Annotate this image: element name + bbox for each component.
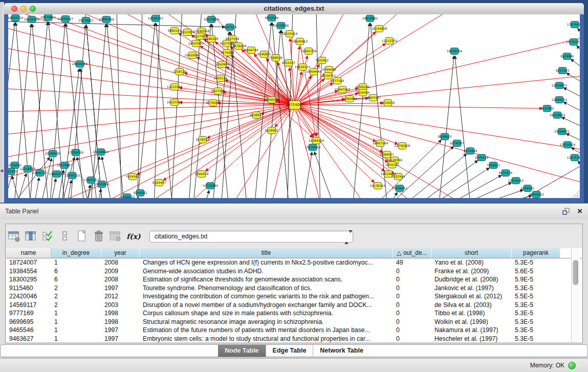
svg-text:28053346: 28053346 <box>72 62 88 65</box>
select-column-icon[interactable] <box>25 230 37 243</box>
table-selector-value: citations_edges.txt <box>150 233 208 240</box>
table-mode-icon[interactable] <box>8 230 20 243</box>
svg-text:16648784: 16648784 <box>447 49 463 53</box>
svg-text:9242844: 9242844 <box>215 62 229 66</box>
table-cell: Estimation of significance thresholds fo… <box>140 275 393 284</box>
table-scrollbar[interactable] <box>571 248 580 342</box>
svg-text:18807249: 18807249 <box>373 141 388 145</box>
table-cell: Investigating the contribution of common… <box>140 292 393 301</box>
svg-text:17957253: 17957253 <box>83 178 99 182</box>
memory-status-indicator[interactable] <box>568 362 576 369</box>
table-row[interactable]: 1872400712008Changes of HCN gene express… <box>6 258 582 267</box>
status-bar: Memory: OK <box>0 358 588 372</box>
svg-text:2718126: 2718126 <box>173 70 187 73</box>
svg-text:9184067: 9184067 <box>380 152 394 156</box>
svg-text:8454749: 8454749 <box>245 48 258 52</box>
table-cell: 2012 <box>101 292 140 301</box>
table-row[interactable]: 1938455462009Genome-wide association stu… <box>6 267 582 276</box>
svg-text:9329966: 9329966 <box>560 54 574 58</box>
network-canvas[interactable]: 1905572416191446205758111065324715276021… <box>8 14 580 198</box>
svg-text:17334261: 17334261 <box>392 186 408 190</box>
table-selector-dropdown[interactable]: citations_edges.txt <box>149 231 353 243</box>
table-cell: 0 <box>393 326 431 335</box>
table-body: 1872400712008Changes of HCN gene express… <box>6 258 582 342</box>
svg-text:17973410: 17973410 <box>567 23 580 26</box>
row-height-icon[interactable] <box>59 230 71 243</box>
table-row[interactable]: 977716911998Corpus callosum shape and si… <box>6 309 582 318</box>
collapse-panel-arrow-icon[interactable]: ◀ <box>0 168 3 173</box>
float-window-icon[interactable] <box>562 207 570 215</box>
table-cell: 0 <box>393 284 431 293</box>
svg-text:15218506: 15218506 <box>273 24 289 27</box>
table-cell: 18724007 <box>6 258 51 267</box>
table-scrollbar-thumb[interactable] <box>573 260 578 285</box>
svg-text:19055724: 19055724 <box>8 16 23 19</box>
svg-text:21364486: 21364486 <box>342 97 358 100</box>
column-header-out_degree[interactable]: △ out_de... <box>393 248 431 258</box>
table-row[interactable]: 2242004622012Investigating the contribut… <box>6 292 582 301</box>
table-cell: 5.3E-5 <box>512 326 560 335</box>
column-header-name[interactable]: name <box>6 248 51 258</box>
function-builder-icon[interactable]: f(x) <box>126 230 139 243</box>
table-tabs: Node TableEdge TableNetwork Table <box>0 344 588 357</box>
table-row[interactable]: 969969511998Structural magnetic resonanc… <box>6 318 582 326</box>
node-table: namein_degreeyeartitle△ out_de...shortpa… <box>6 248 582 342</box>
delete-column-icon[interactable] <box>93 230 105 243</box>
svg-text:6794028: 6794028 <box>322 68 336 71</box>
table-cell: 1998 <box>101 318 140 326</box>
table-row[interactable]: 1830029562008Estimation of significance … <box>6 275 582 284</box>
table-toolbar: f(x) citations_edges.txt <box>8 227 576 246</box>
table-cell: 9777169 <box>6 309 51 318</box>
tab-edge-table[interactable]: Edge Table <box>266 345 313 357</box>
table-cell: Franke et al. (2009) <box>431 267 512 276</box>
table-cell: 6 <box>51 267 101 276</box>
svg-text:20876882: 20876882 <box>362 16 378 20</box>
svg-text:8427552: 8427552 <box>211 89 225 93</box>
svg-text:15716485: 15716485 <box>203 184 219 187</box>
table-row[interactable]: 946554611997Estimation of the future num… <box>6 326 582 335</box>
column-header-year[interactable]: year <box>101 248 140 258</box>
table-cell: 5.3E-5 <box>512 335 560 343</box>
table-cell: 1997 <box>101 284 140 293</box>
svg-text:18543982: 18543982 <box>188 41 204 45</box>
table-row[interactable]: 946362711997Embryonic stem cells: a mode… <box>6 335 582 343</box>
column-header-short[interactable]: short <box>431 248 512 258</box>
table-cell: 18300295 <box>6 275 51 284</box>
svg-text:7932621: 7932621 <box>487 163 500 167</box>
window-titlebar[interactable]: citations_edges.txt <box>4 3 584 15</box>
table-cell: 22420046 <box>6 292 51 301</box>
svg-text:20568132: 20568132 <box>119 195 135 198</box>
svg-text:8813054: 8813054 <box>265 16 279 19</box>
svg-text:8912954: 8912954 <box>181 30 194 34</box>
column-header-pagerank[interactable]: pagerank <box>512 248 560 258</box>
svg-text:9474444: 9474444 <box>464 149 477 152</box>
table-cell: 1997 <box>101 326 140 335</box>
table-cell: 0 <box>393 301 431 310</box>
table-cell: 0 <box>393 335 431 343</box>
table-cell: 2008 <box>101 275 140 284</box>
svg-text:16210751: 16210751 <box>320 74 336 77</box>
column-header-title[interactable]: title <box>140 248 393 258</box>
new-column-icon[interactable] <box>76 230 88 243</box>
svg-text:18640910: 18640910 <box>292 39 308 43</box>
svg-text:9245652: 9245652 <box>521 186 535 190</box>
column-checklist-icon[interactable] <box>42 230 54 243</box>
close-panel-icon[interactable]: × <box>575 205 584 217</box>
svg-text:16325419: 16325419 <box>282 32 298 35</box>
svg-text:9146821: 9146821 <box>257 52 271 56</box>
svg-text:19626115: 19626115 <box>295 65 311 69</box>
table-cell: 1 <box>51 318 101 326</box>
table-cell: 49 <box>393 258 431 267</box>
table-row[interactable]: 1456911722003Disruption of a novel membe… <box>6 301 582 310</box>
svg-text:2522544: 2522544 <box>391 174 405 178</box>
table-row[interactable]: 911546021997Tourette syndrome. Phenomeno… <box>6 284 582 293</box>
tab-network-table[interactable]: Network Table <box>313 345 370 357</box>
tab-node-table[interactable]: Node Table <box>218 345 265 357</box>
svg-text:8471676: 8471676 <box>499 171 513 174</box>
svg-text:12213370: 12213370 <box>382 39 398 42</box>
svg-text:8215955: 8215955 <box>540 106 554 110</box>
svg-text:7557224: 7557224 <box>223 25 237 29</box>
column-header-in_degree[interactable]: in_degree <box>51 248 101 258</box>
table-cell: de Silva et al. (2003) <box>431 301 512 310</box>
table-cell: 9699695 <box>6 318 51 326</box>
